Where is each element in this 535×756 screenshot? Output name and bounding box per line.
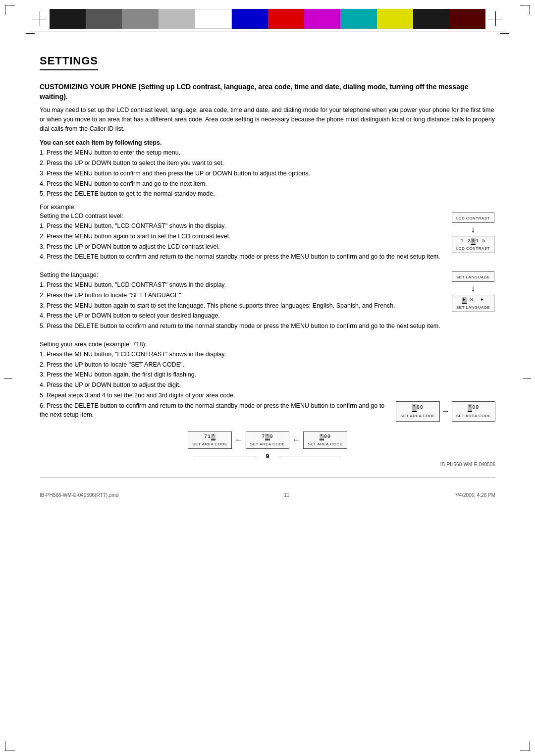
area-code-steps: 1. Press the MENU button, "LCD CONTRAST"… [40,350,495,422]
cb-dgray [86,9,122,29]
footer-bar: IB-PH568-WM-E-040506(RTT).pmd 11 7/4/200… [40,492,495,498]
area-code-diagram-row: 71* SET AREA CODE ← 7*0 SET AREA CODE ← … [40,432,495,449]
main-steps-list: 1. Press the MENU button to enter the se… [40,148,495,199]
ac-lcd-7x0-val: 7*0 [250,434,285,441]
lcd-contrast-display-col: LCD CONTRAST ↓ 1 234 5 LCD CONTRAST [451,213,495,253]
ac-lcd-step6-1-label: SET AREA CODE [400,413,435,419]
crop-mark-bl [5,741,15,751]
color-bar [50,9,485,29]
page-title: SETTINGS [40,54,98,70]
cb-dark2 [449,9,485,29]
cb-mgray [122,9,158,29]
footer-model-number: IB-PH568-WM-E-040506 [40,462,495,467]
arrow-right-1: → [442,405,450,417]
cb-white [195,9,232,29]
lang-step-4: 4. Press the UP or DOWN button to select… [40,311,441,321]
language-display-col: SET LANGUAGE ↓ E S F SET LANGUAGE [451,271,495,312]
language-label2: SET LANGUAGE [456,305,490,310]
cb-black [50,9,86,29]
footer-center: 11 [284,492,289,498]
ac-lcd-x00-val: *00 [308,434,342,441]
page-rule-right [279,456,338,456]
lcd-contrast-label2: LCD CONTRAST [456,246,490,251]
crop-mark-br [520,741,530,751]
ac-lcd-x00-label: SET AREA CODE [308,442,342,446]
ac-step-4: 4. Press the UP or DOWN button to adjust… [40,380,495,390]
ac-lcd-71x-label: SET AREA CODE [192,442,227,446]
color-bar-container [0,0,535,29]
ac-lcd-71x-val: 71* [192,434,227,441]
footer-model-text: IB-PH568-WM-E-040506 [440,462,495,467]
top-rule [30,32,505,32]
lcd-step-3: 3. Press the UP or DOWN button to adjust… [40,242,441,252]
arrow-left-1: ← [235,435,243,444]
ac-lcd-step6-2-label: SET AREA CODE [456,413,491,419]
page-number-row: 9 [40,453,495,460]
main-step-3: 3. Press the MENU button to confirm and … [40,169,495,178]
language-box1: SET LANGUAGE [452,271,494,282]
lang-step-1: 1. Press the MENU button, "LCD CONTRAST"… [40,280,441,290]
example-label: For example: [40,204,495,211]
lang-step-5: 5. Press the DELETE button to confirm an… [40,322,441,331]
lcd-contrast-label1: LCD CONTRAST [456,216,490,220]
language-steps: 1. Press the MENU button, "LCD CONTRAST"… [40,280,441,331]
ac-lcd-step6-2: *00 SET AREA CODE [452,401,495,422]
cursor-lang: E [462,297,467,304]
lang-step-3: 3. Press the MENU button again to start … [40,301,441,311]
intro-paragraph: You may need to set up the LCD contrast … [40,106,495,133]
footer-divider [40,477,495,478]
page-rule-left [197,456,256,456]
cb-magenta [304,9,340,29]
cb-red [268,9,304,29]
language-label1: SET LANGUAGE [456,275,490,279]
cursor-x00: * [320,434,324,440]
lcd-contrast-steps: 1. Press the MENU button, "LCD CONTRAST"… [40,221,441,262]
arrow-down-1: ↓ [471,225,476,234]
ac-step-1: 1. Press the MENU button, "LCD CONTRAST"… [40,350,495,359]
cb-blue [232,9,268,29]
footer-left: IB-PH568-WM-E-040506(RTT).pmd [40,492,118,498]
ac-step-6-text: 6. Press the DELETE button to confirm an… [40,401,391,420]
ac-step-3: 3. Press the MENU button again, the firs… [40,370,495,379]
lcd-contrast-box1: LCD CONTRAST [452,213,494,223]
crop-mark-tl [5,5,15,15]
lang-step-2: 2. Press the UP button to locate "SET LA… [40,291,441,300]
cursor-ac1: * [412,404,417,412]
ac-lcd-x00: *00 SET AREA CODE [303,432,347,449]
lcd-contrast-text: Setting the LCD contrast level: 1. Press… [40,213,441,267]
cursor-ac2: * [468,404,472,412]
ac-lcd-71x: 71* SET AREA CODE [188,432,231,449]
cb-cyan [340,9,376,29]
ac-step-6-row: 6. Press the DELETE button to confirm an… [40,401,495,422]
lcd-contrast-value2: 1 234 5 [456,238,490,245]
footer-right: 7/4/2006, 4:28 PM [455,492,495,498]
main-step-2: 2. Press the UP or DOWN button to select… [40,159,495,168]
area-code-section: Setting your area code (example: 718): 1… [40,341,495,449]
lcd-step-4: 4. Press the DELETE button to confirm an… [40,252,441,262]
lcd-step-2: 2. Press the MENU button again to start … [40,232,441,241]
cb-lgray [159,9,195,29]
area-code-layout: 1. Press the MENU button, "LCD CONTRAST"… [40,350,495,427]
language-value2: E S F [456,297,490,304]
main-step-4: 4. Press the MENU button to confirm and … [40,179,495,189]
cursor-7x0: * [265,434,269,440]
lcd-contrast-title: Setting the LCD contrast level: [40,213,441,219]
ac-step6-diagrams: *00 SET AREA CODE → *00 SET AREA CODE [396,401,495,422]
ac-lcd-step6-1-val: *00 [400,404,435,412]
main-step-1: 1. Press the MENU button to enter the se… [40,148,495,158]
lcd-contrast-box2: 1 234 5 LCD CONTRAST [452,236,494,253]
language-box2: E S F SET LANGUAGE [452,295,494,312]
arrow-left-2: ← [292,435,300,444]
bold-instruction: You can set each item by following steps… [40,139,495,146]
area-code-title: Setting your area code (example: 718): [40,341,495,348]
ac-lcd-7x0: 7*0 SET AREA CODE [246,432,289,449]
page-number: 9 [266,453,269,460]
cb-black2 [413,9,449,29]
main-step-5: 5. Press the DELETE button to get to the… [40,189,495,199]
main-content: SETTINGS CUSTOMIZING YOUR PHONE (Setting… [0,34,535,518]
language-text: Setting the language: 1. Press the MENU … [40,271,441,336]
ac-lcd-7x0-label: SET AREA CODE [250,442,285,446]
language-title: Setting the language: [40,271,441,278]
cb-yellow [377,9,413,29]
page: SETTINGS CUSTOMIZING YOUR PHONE (Setting… [0,0,535,756]
